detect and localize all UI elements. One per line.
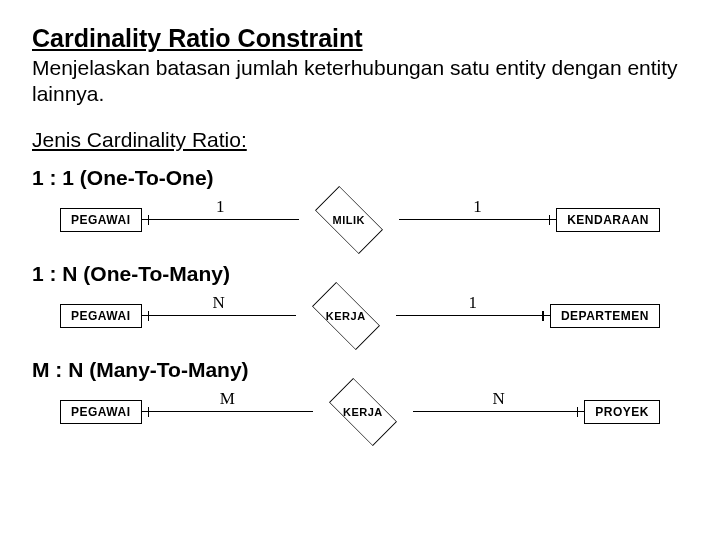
ratio-label-one-one: 1 : 1 (One-To-One) [32,166,688,190]
entity-proyek: PROYEK [584,400,660,424]
entity-pegawai: PEGAWAI [60,208,142,232]
relationship-label: KERJA [326,310,366,322]
cardinality-left: M [220,389,235,409]
connector-line: 1 [396,315,550,317]
page-title: Cardinality Ratio Constraint [32,24,688,53]
cardinality-left: 1 [216,197,225,217]
connector-line: M [142,411,313,413]
cardinality-right: N [492,389,504,409]
connector-line: N [413,411,584,413]
ratio-label-many-many: M : N (Many-To-Many) [32,358,688,382]
entity-kendaraan: KENDARAAN [556,208,660,232]
cardinality-right: 1 [469,293,478,313]
er-diagram-one-one: PEGAWAI 1 MILIK 1 KENDARAAN [60,192,660,248]
relationship-label: MILIK [333,214,365,226]
relationship-label: KERJA [343,406,383,418]
relationship-kerja: KERJA [296,296,396,336]
description-text: Menjelaskan batasan jumlah keterhubungan… [32,55,688,108]
relationship-kerja: KERJA [313,392,413,432]
er-diagram-one-many: PEGAWAI N KERJA 1 DEPARTEMEN [60,288,660,344]
relationship-milik: MILIK [299,200,399,240]
cardinality-left: N [212,293,224,313]
connector-line: N [142,315,296,317]
entity-departemen: DEPARTEMEN [550,304,660,328]
entity-pegawai: PEGAWAI [60,400,142,424]
er-diagram-many-many: PEGAWAI M KERJA N PROYEK [60,384,660,440]
connector-line: 1 [399,219,556,221]
cardinality-right: 1 [473,197,482,217]
subheading-text: Jenis Cardinality Ratio: [32,128,688,152]
connector-line: 1 [142,219,299,221]
entity-pegawai: PEGAWAI [60,304,142,328]
ratio-label-one-many: 1 : N (One-To-Many) [32,262,688,286]
